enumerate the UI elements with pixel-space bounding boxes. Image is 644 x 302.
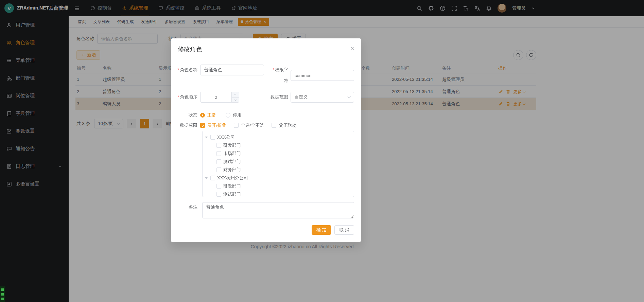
label-text: 权限字符 [275,67,288,83]
checkbox-box[interactable] [216,143,221,148]
data-scope-value: 自定义 [294,94,308,100]
label-text: 数据权限 [180,123,197,128]
checkbox-label: 全选/全不选 [241,122,264,128]
remark-label: 备注 [171,202,200,212]
required-mark: * [177,94,179,100]
perm-char-field: *权限字符 [269,65,354,86]
role-order-stepper: 2 [200,92,239,103]
role-name-input[interactable] [200,65,264,75]
data-permission-label: 数据权限 [171,122,200,129]
label-text: 状态 [189,112,197,118]
data-scope-field: 数据范围 自定义 [269,92,354,103]
role-name-field: *角色名称 [171,65,264,75]
tree-node[interactable]: 财务部门 [203,166,354,174]
decrement-button[interactable] [232,97,239,103]
dialog-footer: 确 定 取 消 [312,225,354,235]
radio-label: 正常 [207,112,216,118]
checkbox-box[interactable] [210,135,215,140]
cancel-button[interactable]: 取 消 [334,225,354,235]
tree-node-label: 研发部门 [223,142,241,148]
label-text: 备注 [189,205,197,210]
role-order-field: *角色顺序 2 [171,92,264,103]
perm-char-label: *权限字符 [269,65,291,86]
checkbox-box[interactable] [216,151,221,156]
checkbox-box [200,123,205,128]
tree-node[interactable]: 市场部门 [203,149,354,158]
caret-down-icon[interactable] [205,137,208,138]
stepper-controls [231,92,239,102]
radio-label: 停用 [233,112,242,118]
perm-char-input[interactable] [291,70,354,81]
edit-role-form: *角色名称 *权限字符 *角色顺序 2 [171,65,361,224]
tree-node-label: XXX杭州分公司 [217,175,248,181]
checkbox-box [234,123,239,128]
remark-textarea[interactable]: 普通角色 [202,202,354,218]
checkbox-select-all[interactable]: 全选/全不选 [234,122,264,129]
tree-node[interactable]: 测试部门 [203,158,354,166]
chevron-up-icon [234,94,237,96]
dialog-title: 修改角色 [178,45,202,53]
label-text: 角色名称 [180,67,197,72]
role-name-label: *角色名称 [171,65,200,75]
checkbox-box[interactable] [216,167,221,172]
tree-node[interactable]: XXX杭州分公司 [203,174,354,182]
checkbox-box[interactable] [216,159,221,164]
checkbox-label: 展开/折叠 [207,122,226,128]
confirm-button[interactable]: 确 定 [312,225,331,235]
chevron-down-icon [234,99,237,101]
data-scope-select[interactable]: 自定义 [291,92,354,103]
permission-tree: XXX公司 研发部门 市场部门 测试部门 财务部门 XXX杭州分公司 [202,131,354,197]
remark-field: 备注 普通角色 [171,202,361,218]
tree-node-label: 市场部门 [223,150,241,157]
required-mark: * [273,67,274,72]
increment-button[interactable] [232,92,239,97]
checkbox-parent-child-link[interactable]: 父子联动 [272,122,296,129]
data-permission-field: 数据权限 展开/折叠 全选/全不选 父子联动 [171,122,361,129]
role-order-value[interactable]: 2 [201,95,231,100]
caret-down-icon[interactable] [205,177,208,179]
role-order-label: *角色顺序 [171,92,200,103]
close-icon[interactable] [350,46,355,51]
data-scope-label: 数据范围 [269,92,291,103]
corner-widget[interactable] [0,286,5,302]
tree-node-label: 测试部门 [223,159,241,165]
tree-node[interactable]: 测试部门 [203,190,354,197]
checkbox-box[interactable] [216,192,221,197]
tree-node-label: XXX公司 [217,134,235,140]
status-field: 状态 正常 停用 [171,112,361,119]
checkbox-expand-collapse[interactable]: 展开/折叠 [200,122,226,129]
tree-node-label: 研发部门 [223,183,241,189]
label-text: 数据范围 [271,94,288,100]
label-text: 角色顺序 [180,94,197,100]
tree-node-label: 测试部门 [223,191,241,197]
tree-node[interactable]: XXX公司 [203,133,354,141]
required-mark: * [177,67,179,72]
checkbox-box [272,123,276,128]
radio-status-normal[interactable]: 正常 [200,112,216,119]
tree-node[interactable]: 研发部门 [203,182,354,190]
tree-node-label: 财务部门 [223,167,241,173]
radio-status-disabled[interactable]: 停用 [226,112,242,119]
tree-node[interactable]: 研发部门 [203,141,354,149]
status-label: 状态 [171,112,200,119]
checkbox-box[interactable] [210,176,215,180]
chevron-down-icon [348,95,351,99]
radio-dot [226,113,230,118]
radio-dot [200,113,205,118]
checkbox-label: 父子联动 [279,122,296,128]
edit-role-dialog: 修改角色 *角色名称 *权限字符 *角色顺序 2 [171,38,361,242]
checkbox-box[interactable] [216,184,221,189]
